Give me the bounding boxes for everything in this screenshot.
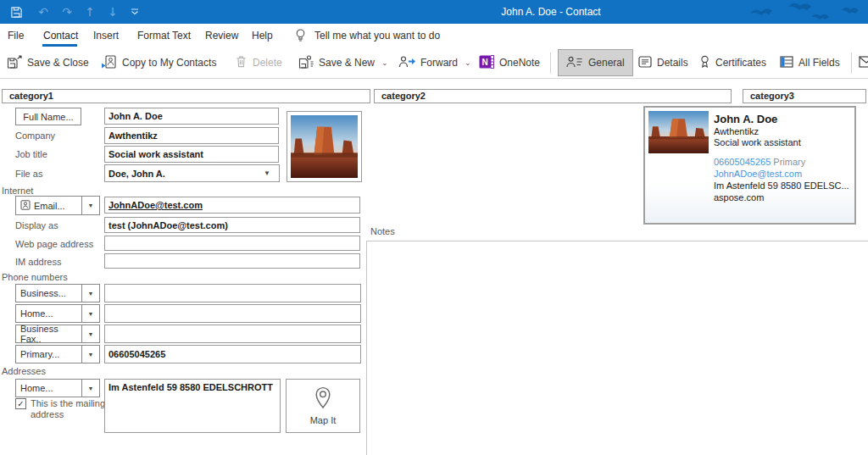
category-bar-1[interactable]: category1 — [2, 89, 370, 103]
svg-text:N: N — [482, 57, 488, 66]
ribbon: Save & Close Copy to My Contacts Delete … — [0, 47, 868, 79]
notes-area[interactable] — [366, 241, 868, 455]
web-page-label: Web page address — [15, 239, 93, 249]
tellme-search[interactable]: Tell me what you want to do — [314, 30, 440, 42]
save-new-icon — [298, 55, 314, 71]
dropdown-arrow-icon[interactable]: ▼ — [81, 305, 99, 322]
phone-primary-input[interactable] — [104, 345, 361, 363]
combo-arrow-icon: ▼ — [264, 169, 275, 177]
forward-button[interactable]: Forward ⌄ — [398, 50, 471, 75]
business-card-photo — [648, 111, 709, 153]
active-tab-underline — [42, 44, 77, 47]
address-home-button[interactable]: Home... ▼ — [15, 379, 100, 397]
phone-business-fax-button[interactable]: Business Fax.. ▼ — [15, 325, 100, 343]
phone-numbers-section-header: Phone numbers — [2, 272, 68, 282]
email-contact-button[interactable] — [859, 50, 868, 75]
save-close-button[interactable]: Save & Close — [7, 50, 89, 75]
onenote-icon: N — [479, 55, 494, 71]
phone-business-fax-input[interactable] — [104, 325, 361, 343]
outlook-contact-window: { "window": { "title": "John A. Doe - Co… — [0, 0, 868, 455]
general-button[interactable]: General — [558, 49, 633, 76]
notes-label: Notes — [370, 226, 395, 236]
mailing-address-checkbox-label: This is the mailing address — [31, 398, 115, 420]
undo-icon[interactable]: ↶ — [36, 4, 51, 19]
tab-format-text[interactable]: Format Text — [137, 30, 191, 42]
save-and-new-button[interactable]: Save & New ⌄ — [298, 50, 388, 75]
forward-icon — [398, 55, 415, 71]
move-up-icon[interactable]: ↑ — [82, 4, 97, 19]
dropdown-arrow-icon[interactable]: ▼ — [81, 285, 99, 302]
customize-qat-icon[interactable] — [127, 4, 142, 19]
file-as-dropdown[interactable]: Doe, John A. ▼ — [104, 164, 280, 182]
full-name-input[interactable] — [104, 108, 279, 125]
card-job: Social work assistant — [714, 137, 801, 147]
dropdown-arrow-icon[interactable]: ▼ — [81, 325, 99, 342]
display-as-input[interactable] — [104, 217, 360, 233]
category-bar-2[interactable]: category2 — [374, 89, 732, 103]
phone-primary-button[interactable]: Primary... ▼ — [15, 345, 100, 363]
addresses-section-header: Addresses — [2, 366, 46, 376]
birds-decoration-icon — [742, 0, 860, 24]
im-address-input[interactable] — [104, 253, 360, 269]
dropdown-arrow-icon[interactable]: ▼ — [81, 346, 99, 363]
job-title-label: Job title — [15, 149, 47, 159]
business-card-preview: John A. Doe Awthentikz Social work assis… — [643, 106, 856, 225]
ribbon-separator — [550, 53, 551, 74]
onenote-button[interactable]: N OneNote — [479, 50, 540, 75]
tab-insert[interactable]: Insert — [93, 30, 119, 42]
dropdown-arrow-icon[interactable]: ▼ — [81, 197, 99, 214]
general-person-icon — [566, 56, 583, 70]
map-it-button[interactable]: Map It — [286, 379, 360, 433]
details-list-icon — [638, 56, 652, 70]
dropdown-arrow-icon[interactable]: ▼ — [81, 380, 99, 397]
move-down-icon[interactable]: ↓ — [105, 4, 120, 19]
tab-file[interactable]: File — [8, 30, 24, 42]
certificates-button[interactable]: Certificates — [699, 50, 766, 75]
desert-photo-image — [291, 115, 358, 178]
tab-help[interactable]: Help — [252, 30, 273, 42]
company-input[interactable] — [104, 127, 279, 144]
contact-card-icon — [20, 200, 31, 212]
redo-icon[interactable]: ↷ — [59, 4, 75, 19]
copy-contact-icon — [102, 55, 117, 71]
category-bar-3[interactable]: category3 — [743, 89, 866, 103]
company-label: Company — [15, 130, 55, 141]
card-name: John A. Doe — [714, 113, 777, 125]
all-fields-button[interactable]: All Fields — [780, 50, 840, 75]
copy-to-my-contacts-button[interactable]: Copy to My Contacts — [102, 50, 216, 75]
phone-home-input[interactable] — [104, 304, 361, 323]
contact-photo[interactable] — [287, 111, 362, 182]
card-phone: 06605045265 Primary — [714, 157, 805, 167]
menu-bar: File Contact Insert Format Text Review H… — [0, 24, 868, 47]
email-input[interactable] — [104, 197, 360, 214]
web-page-input[interactable] — [104, 236, 360, 251]
delete-icon — [235, 55, 248, 70]
tab-review[interactable]: Review — [205, 30, 238, 42]
phone-business-input[interactable] — [104, 284, 361, 302]
map-pin-icon — [314, 386, 332, 412]
save-icon[interactable] — [8, 4, 24, 19]
address-textarea[interactable]: Im Astenfeld 59 8580 EDELSCHROTT — [104, 379, 281, 433]
card-company: Awthentikz — [714, 126, 759, 136]
card-email: JohnADoe@test.com — [714, 169, 802, 179]
details-button[interactable]: Details — [638, 50, 688, 75]
delete-button: Delete — [235, 50, 282, 75]
display-as-label: Display as — [15, 220, 58, 230]
chevron-down-icon: ⌄ — [465, 58, 471, 67]
save-close-icon — [7, 55, 22, 71]
lightbulb-icon — [295, 28, 306, 47]
envelope-icon — [859, 56, 868, 70]
mailing-address-checkbox[interactable]: ✓ — [15, 398, 26, 409]
chevron-down-icon: ⌄ — [381, 58, 388, 67]
file-as-label: File as — [15, 169, 42, 179]
ribbon-separator — [851, 53, 852, 74]
phone-business-button[interactable]: Business... ▼ — [15, 284, 100, 302]
phone-home-button[interactable]: Home... ▼ — [15, 304, 100, 323]
im-address-label: IM address — [15, 257, 61, 267]
email-split-button[interactable]: Email... ▼ — [15, 196, 100, 215]
job-title-input[interactable] — [104, 146, 279, 163]
full-name-button[interactable]: Full Name... — [15, 108, 81, 125]
window-title: John A. Doe - Contact — [424, 0, 678, 24]
tab-contact[interactable]: Contact — [43, 30, 78, 42]
card-website: aspose.com — [714, 192, 764, 203]
